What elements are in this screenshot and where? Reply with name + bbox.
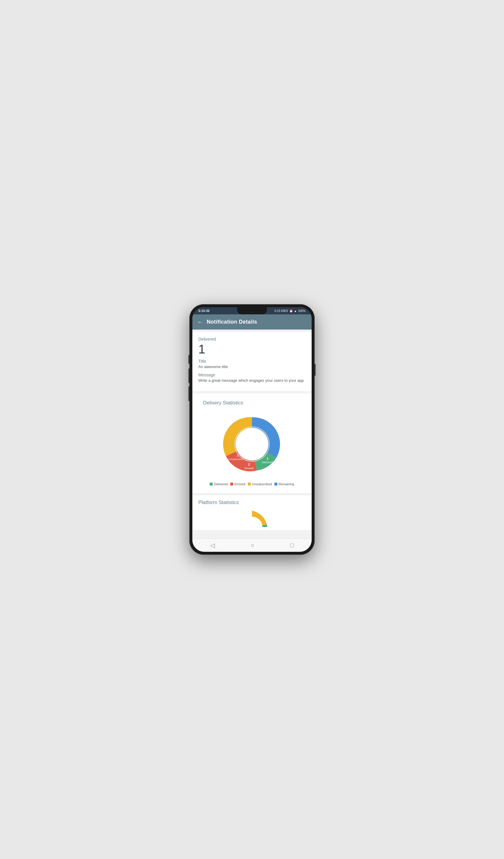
label-errored-text: Errored (245, 467, 254, 470)
legend-dot-unsubscribed (248, 483, 251, 485)
delivered-value: 1 (198, 342, 306, 357)
data-speed: 0.15 KB/S (274, 309, 288, 313)
platform-chart-svg (231, 509, 273, 527)
legend-errored: Errored (230, 482, 245, 486)
title-label: Title (198, 359, 306, 364)
app-bar: ← Notification Details (192, 314, 312, 330)
legend-label-delivered: Delivered (214, 482, 228, 486)
status-right: 0.15 KB/S ⏰ ▲ 100% (274, 309, 306, 313)
label-unsubscribed-value: 1 (237, 454, 238, 457)
legend-label-unsubscribed: Unsubscribed (252, 482, 272, 486)
label-remaining-value: 3 (259, 430, 261, 433)
nav-back-button[interactable]: ◁ (210, 542, 215, 549)
label-errored-value: 2 (248, 463, 250, 466)
legend-dot-errored (230, 483, 233, 485)
chart-legend: Delivered Errored Unsubscribed Remaining (197, 480, 307, 488)
message-value: Write a great message which engages your… (198, 378, 306, 383)
donut-chart-container: 3 Remaining 1 Delivered 2 Errored 1 Unsu… (197, 408, 307, 480)
nav-home-button[interactable]: ○ (250, 542, 254, 549)
label-unsubscribed-text: Unsubscribed (228, 458, 243, 461)
platform-stats-header: Platform Statistics (198, 498, 306, 508)
camera-button (188, 386, 190, 401)
notch (237, 307, 267, 314)
legend-label-errored: Errored (234, 482, 245, 486)
legend-delivered: Delivered (210, 482, 228, 486)
legend-dot-delivered (210, 483, 213, 485)
notification-info-card: Delivered 1 Title An awesome title Messa… (192, 332, 312, 391)
legend-remaining: Remaining (274, 482, 294, 486)
volume-down-button (188, 368, 190, 383)
status-time: 5:15:32 (198, 309, 210, 313)
label-remaining-text: Remaining (253, 434, 266, 437)
label-delivered-value: 1 (266, 457, 269, 460)
delivery-stats-card: Delivery Statistics (192, 393, 312, 493)
battery-value: 100% (298, 309, 306, 313)
platform-stats-card: Platform Statistics (192, 495, 312, 530)
legend-unsubscribed: Unsubscribed (248, 482, 272, 486)
label-delivered-text: Delivered (262, 461, 273, 464)
delivered-block: Delivered 1 (198, 337, 306, 357)
legend-label-remaining: Remaining (278, 482, 294, 486)
donut-hole (235, 428, 269, 461)
back-button[interactable]: ← (197, 318, 203, 326)
nav-recent-button[interactable]: □ (290, 542, 294, 549)
message-label: Message (198, 373, 306, 377)
phone-device: 5:15:32 0.15 KB/S ⏰ ▲ 100% ← Notificatio… (189, 304, 315, 555)
volume-up-button (188, 355, 190, 364)
alarm-icon: ⏰ (289, 309, 293, 313)
phone-screen: 5:15:32 0.15 KB/S ⏰ ▲ 100% ← Notificatio… (192, 307, 312, 552)
delivery-stats-header: Delivery Statistics (197, 396, 307, 408)
legend-dot-remaining (274, 483, 277, 485)
message-block: Message Write a great message which enga… (198, 373, 306, 383)
signal-icon: ▲ (294, 309, 297, 313)
scroll-content: Delivered 1 Title An awesome title Messa… (192, 330, 312, 538)
bottom-nav: ◁ ○ □ (192, 538, 312, 552)
platform-chart-preview (198, 508, 306, 528)
power-button (314, 364, 316, 376)
title-block: Title An awesome title (198, 359, 306, 370)
delivered-label: Delivered (198, 337, 306, 342)
title-value: An awesome title (198, 364, 306, 370)
donut-chart: 3 Remaining 1 Delivered 2 Errored 1 Unsu… (219, 411, 285, 477)
app-bar-title: Notification Details (207, 319, 257, 325)
